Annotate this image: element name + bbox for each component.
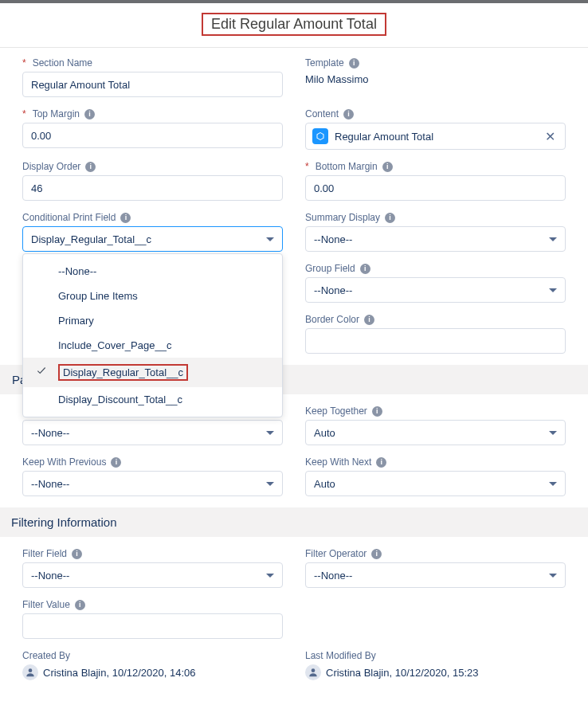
filter-operator-label: Filter Operatori: [305, 548, 566, 559]
keep-with-next-label: Keep With Nexti: [305, 456, 566, 468]
modal-header: Edit Regular Amount Total: [0, 3, 588, 48]
chevron-down-icon: [549, 237, 557, 241]
close-icon[interactable]: ✕: [542, 129, 559, 144]
chevron-down-icon: [549, 431, 557, 435]
border-color-input[interactable]: [305, 328, 566, 354]
info-icon: i: [385, 213, 395, 223]
chevron-down-icon: [266, 482, 274, 486]
created-by-label: Created By: [22, 650, 283, 661]
keep-with-next-select[interactable]: Auto: [305, 471, 566, 496]
avatar-icon: [305, 664, 321, 680]
conditional-print-field-label: Conditional Print Fieldi: [22, 212, 283, 223]
form-area: *Section Name Templatei Milo Massimo *To…: [0, 48, 588, 705]
filter-operator-select[interactable]: --None--: [305, 562, 566, 588]
info-icon: i: [382, 162, 393, 172]
content-lookup[interactable]: Regular Amount Total ✕: [305, 123, 566, 150]
content-value: Regular Amount Total: [335, 131, 535, 143]
filter-value-label: Filter Valuei: [22, 599, 283, 610]
keep-with-previous-select[interactable]: --None--: [22, 471, 283, 496]
dropdown-option-display-discount-total[interactable]: Display_Discount_Total__c: [23, 387, 282, 412]
filter-field-label: Filter Fieldi: [22, 548, 283, 559]
dropdown-option-include-cover-page[interactable]: Include_Cover_Page__c: [23, 333, 282, 358]
svg-point-0: [29, 668, 33, 672]
filter-value-input[interactable]: [22, 613, 283, 639]
info-icon: i: [372, 406, 382, 417]
filter-field-select[interactable]: --None--: [22, 562, 283, 588]
page-break-select[interactable]: --None--: [22, 420, 283, 445]
info-icon: i: [85, 162, 96, 172]
info-icon: i: [120, 213, 131, 223]
info-icon: i: [111, 457, 121, 468]
bottom-margin-label: *Bottom Margini: [305, 161, 566, 172]
group-field-label: Group Fieldi: [305, 263, 566, 274]
template-value: Milo Massimo: [305, 72, 566, 85]
chevron-down-icon: [549, 482, 557, 486]
info-icon: i: [343, 109, 354, 119]
info-icon: i: [364, 315, 374, 325]
dropdown-option-display-regular-total[interactable]: Display_Regular_Total__c: [23, 358, 282, 387]
group-field-select[interactable]: --None--: [305, 277, 566, 303]
info-icon: i: [72, 549, 82, 559]
info-icon: i: [84, 109, 95, 119]
content-label: Contenti: [305, 108, 566, 119]
dropdown-option-none[interactable]: --None--: [23, 259, 282, 284]
created-by-value: Cristina Blajin, 10/12/2020, 14:06: [22, 664, 283, 680]
page-title: Edit Regular Amount Total: [202, 13, 386, 36]
conditional-print-field-select[interactable]: Display_Regular_Total__c: [22, 226, 283, 252]
template-label: Templatei: [305, 57, 566, 69]
display-order-label: Display Orderi: [22, 161, 283, 172]
chevron-down-icon: [266, 431, 274, 435]
info-icon: i: [376, 457, 386, 468]
check-icon: [36, 365, 47, 378]
chevron-down-icon: [549, 288, 557, 292]
chevron-down-icon: [549, 574, 557, 578]
dropdown-option-group-line-items[interactable]: Group Line Items: [23, 284, 282, 308]
border-color-label: Border Colori: [305, 314, 566, 325]
display-order-input[interactable]: [22, 175, 283, 201]
keep-together-label: Keep Togetheri: [305, 405, 566, 417]
conditional-print-field-dropdown: --None-- Group Line Items Primary Includ…: [22, 253, 283, 417]
section-header-filtering: Filtering Information: [0, 507, 588, 537]
chevron-down-icon: [266, 574, 274, 578]
avatar-icon: [22, 664, 38, 680]
section-name-label: *Section Name: [22, 57, 283, 69]
summary-display-label: Summary Displayi: [305, 212, 566, 223]
bottom-margin-input[interactable]: [305, 175, 566, 201]
dropdown-option-primary[interactable]: Primary: [23, 308, 282, 333]
info-icon: i: [349, 58, 359, 69]
modified-by-label: Last Modified By: [305, 650, 566, 661]
summary-display-select[interactable]: --None--: [305, 226, 566, 252]
info-icon: i: [75, 600, 85, 610]
info-icon: i: [371, 549, 382, 559]
top-margin-label: *Top Margini: [22, 108, 283, 119]
keep-with-previous-label: Keep With Previousi: [22, 456, 283, 468]
section-name-input[interactable]: [22, 72, 283, 97]
cube-icon: [312, 128, 328, 144]
top-margin-input[interactable]: [22, 123, 283, 148]
info-icon: i: [360, 264, 370, 274]
modified-by-value: Cristina Blajin, 10/12/2020, 15:23: [305, 664, 566, 680]
keep-together-select[interactable]: Auto: [305, 420, 566, 445]
svg-point-1: [312, 668, 316, 672]
chevron-down-icon: [266, 237, 274, 241]
